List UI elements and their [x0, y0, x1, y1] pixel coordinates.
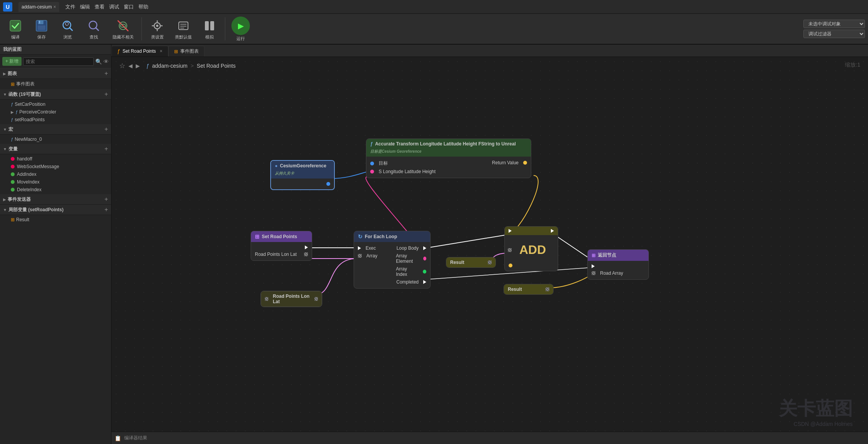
- node-cesium-georeference[interactable]: ● CesiumGeoreference 从持久关卡: [270, 160, 335, 190]
- search-icon-button[interactable]: 🔍: [95, 58, 102, 65]
- cesium-title: CesiumGeoreference: [280, 163, 326, 169]
- section-variables[interactable]: ▼ 变量 +: [0, 144, 111, 154]
- node-for-each-loop[interactable]: ↻ For Each Loop Exec Array: [354, 231, 431, 289]
- menu-help[interactable]: 帮助: [138, 3, 148, 10]
- debug-object-select[interactable]: 未选中调试对象: [803, 20, 865, 28]
- result1-pin: [488, 260, 492, 264]
- menu-window[interactable]: 窗口: [124, 3, 134, 10]
- canvas-area[interactable]: ☆ ◀ ▶ ƒ addam-cesium > Set Road Points 缩…: [111, 57, 868, 444]
- node-return[interactable]: ⊞ 返回节点 Road Array: [587, 249, 649, 280]
- cesium-out-pin-row: [271, 181, 334, 187]
- cesium-subtitle: 从持久关卡: [275, 171, 294, 176]
- tab-close[interactable]: ×: [53, 4, 56, 10]
- var-addindex[interactable]: AddIndex: [0, 170, 111, 178]
- return-icon: ⊞: [592, 253, 595, 258]
- menu-file[interactable]: 文件: [65, 3, 75, 10]
- fn-perceive-controler[interactable]: ▶ ƒ PerceiveControler: [0, 108, 111, 116]
- section-charts[interactable]: ▶ 图表 +: [0, 68, 111, 79]
- add-label: ADD: [513, 239, 552, 261]
- var-label-addindex: AddIndex: [17, 172, 37, 177]
- add-extra-pin: [505, 262, 558, 269]
- for-each-pins: Exec Array Loop Body: [354, 244, 430, 286]
- node-accurate-transform[interactable]: ƒ Accurate Transform Longitude Latitude …: [366, 139, 531, 178]
- svg-point-14: [156, 25, 158, 27]
- charts-add-icon[interactable]: +: [105, 70, 108, 77]
- node-srp-title: Set Road Points: [262, 234, 297, 239]
- section-events[interactable]: ▶ 事件发送器 +: [0, 194, 111, 205]
- tab-event-graph[interactable]: ⊞ 事件图表: [168, 46, 205, 57]
- events-add-icon[interactable]: +: [105, 196, 108, 203]
- new-add-button[interactable]: + 新增: [2, 57, 22, 66]
- functions-add-icon[interactable]: +: [105, 91, 108, 98]
- section-functions[interactable]: ▼ 函数 (19可覆盖) +: [0, 89, 111, 100]
- var-moveindex[interactable]: MoveIndex: [0, 178, 111, 186]
- accurate-out-return: Return Value: [488, 159, 531, 167]
- tab-set-road-points[interactable]: ƒ Set Road Points ×: [111, 46, 168, 57]
- find-button[interactable]: 查找: [81, 15, 106, 43]
- menu-bar: U addam-cesium × 文件 编辑 查看 调试 窗口 帮助: [0, 0, 868, 14]
- breadcrumb-star[interactable]: ☆: [119, 62, 125, 70]
- cesium-body: [271, 179, 334, 189]
- var-websocket[interactable]: WebSocketMessage: [0, 163, 111, 170]
- loop-body-label: Loop Body: [397, 245, 419, 251]
- breadcrumb-back[interactable]: ◀: [128, 63, 133, 69]
- tab-event-graph-label: 事件图表: [180, 48, 199, 55]
- node-result-1[interactable]: Result: [446, 257, 496, 268]
- node-set-road-points[interactable]: ⊞ Set Road Points Road Points Lon Lat: [251, 231, 312, 261]
- toolbar-divider-1: [141, 17, 142, 40]
- fn-set-road-points[interactable]: ƒ setRoadPoints: [0, 116, 111, 124]
- compile-button[interactable]: 编译: [3, 15, 28, 43]
- menu-view[interactable]: 查看: [95, 3, 105, 10]
- bottom-bar: 📋 编译器结果: [111, 432, 868, 444]
- local-var-result[interactable]: ⊞ Result: [0, 216, 111, 224]
- tab-fn-icon: ƒ: [117, 48, 120, 54]
- class-settings-button[interactable]: 类设置: [145, 15, 170, 43]
- node-result-2[interactable]: Result: [504, 284, 554, 295]
- local-vars-add-icon[interactable]: +: [105, 206, 108, 213]
- my-blueprint-title: 我的蓝图: [3, 46, 108, 53]
- menu-edit[interactable]: 编辑: [80, 3, 90, 10]
- macros-add-icon[interactable]: +: [105, 126, 108, 133]
- var-handoff[interactable]: handoff: [0, 155, 111, 163]
- fn-icon-2: ƒ: [15, 110, 18, 114]
- var-dot-addindex: [11, 172, 15, 176]
- node-srp-body: Road Points Lon Lat: [251, 242, 312, 260]
- node-road-points-var[interactable]: Road Points Lon Lat: [261, 291, 322, 307]
- local-var-result-icon: ⊞: [11, 217, 15, 222]
- my-blueprint-header[interactable]: 我的蓝图: [0, 45, 111, 55]
- search-input[interactable]: [23, 57, 94, 66]
- vars-content: handoff WebSocketMessage AddIndex MoveIn…: [0, 154, 111, 194]
- section-local-vars[interactable]: ▼ 局部变量 (setRoadPoints) +: [0, 205, 111, 215]
- var-dot-websocket: [11, 165, 15, 169]
- var-deleteindex[interactable]: DeleteIndex: [0, 186, 111, 194]
- hide-unrelated-button[interactable]: 隐藏不相关: [108, 15, 138, 43]
- tab-close-icon[interactable]: ×: [160, 48, 163, 54]
- vars-add-icon[interactable]: +: [105, 145, 108, 152]
- macro-new-0[interactable]: ƒ NewMacro_0: [0, 135, 111, 143]
- simulate-button[interactable]: 模拟: [197, 15, 222, 43]
- accurate-in-s-lon: S Longitude Latitude Height: [366, 168, 449, 175]
- browse-button[interactable]: 浏览: [55, 15, 80, 43]
- local-vars-expand-arrow: ▼: [3, 208, 7, 212]
- breadcrumb-forward[interactable]: ▶: [136, 63, 140, 69]
- fn-set-car-position[interactable]: ƒ SetCarPosition: [0, 100, 111, 108]
- event-graph-item[interactable]: ⊞ 事件图表: [0, 80, 111, 88]
- debug-filter-select[interactable]: 调试过滤器: [803, 30, 865, 38]
- vars-expand-arrow: ▼: [3, 147, 7, 151]
- app-tab[interactable]: addam-cesium ×: [18, 2, 59, 12]
- array-label: Array: [366, 253, 377, 259]
- class-settings-label: 类设置: [151, 34, 164, 40]
- run-button[interactable]: ▶ 运行: [228, 15, 253, 43]
- charts-content: ⊞ 事件图表: [0, 79, 111, 89]
- search-bar: + 新增 🔍 👁: [0, 55, 111, 68]
- accurate-outputs: Return Value: [449, 159, 531, 175]
- class-defaults-button[interactable]: 类默认值: [171, 15, 196, 43]
- simulate-label: 模拟: [205, 34, 214, 40]
- view-options-button[interactable]: 👁: [103, 58, 109, 65]
- menu-debug[interactable]: 调试: [109, 3, 119, 10]
- node-add[interactable]: ADD: [504, 226, 558, 271]
- section-macros[interactable]: ▼ 宏 +: [0, 124, 111, 135]
- save-button[interactable]: 保存: [29, 15, 54, 43]
- node-srp-road-pin: Road Points Lon Lat: [251, 250, 312, 258]
- road-var-right-pin: [314, 297, 318, 301]
